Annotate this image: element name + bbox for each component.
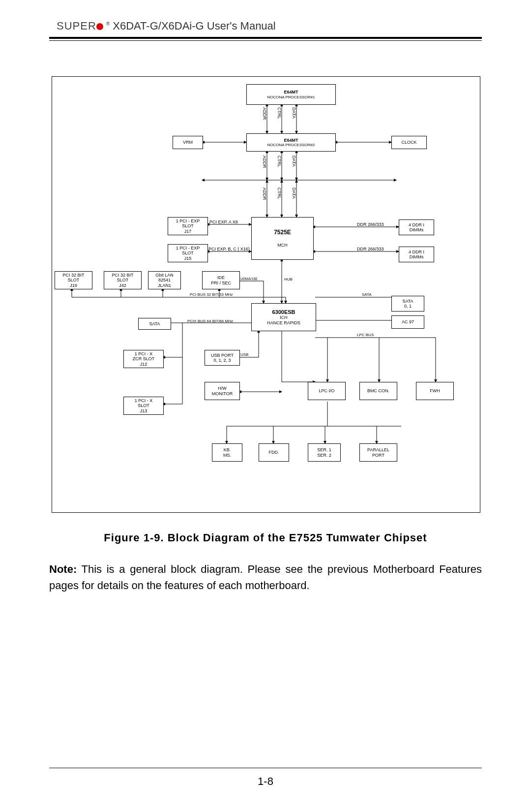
page-header: SUPER® X6DAT-G/X6DAi-G User's Manual — [57, 20, 276, 32]
page-number: 1-8 — [0, 775, 531, 788]
bus-usb: USB — [240, 352, 248, 357]
block-sata01: SATA0, 1 — [391, 296, 424, 312]
block-usb: USB PORT0, 1, 2, 3 — [205, 350, 240, 366]
block-pci-j19: PCI 32 BITSLOTJ19 — [55, 271, 92, 289]
bus-sata: SATA — [362, 292, 372, 297]
block-pcix-zcr: 1 PCI - XZCR SLOTJ12 — [123, 350, 164, 368]
bus-data-3: DATA — [292, 187, 296, 199]
block-cpu2: E64MTNOCONA PROCESSOR#2 — [246, 133, 336, 152]
bus-ctrl-1: CTRL — [277, 107, 282, 119]
block-gbit-lan: Gbit LAN82541JLAN1 — [148, 271, 181, 289]
block-dimm-b: 4 DDR IDIMMs — [399, 247, 434, 262]
bus-lpc: LPC BUS — [357, 333, 374, 337]
block-pci-j42: PCI 32 BITSLOTJ42 — [104, 271, 142, 289]
block-serial: SER. 1SER. 2 — [308, 443, 341, 462]
doc-title: X6DAT-G/X6DAi-G User's Manual — [110, 20, 276, 32]
bus-data-1: DATA — [292, 107, 296, 119]
block-fdd: FDD. — [259, 443, 289, 462]
figure-caption: Figure 1-9. Block Diagram of the E7525 T… — [0, 531, 531, 544]
block-pex-slot-j17: 1 PCI - EXPSLOTJ17 — [168, 217, 208, 235]
block-cpu1: E64MTNOCONA PROCESSOR#1 — [246, 84, 336, 105]
block-ide: IDEPRI / SEC — [202, 271, 240, 289]
bus-ctrl-2: CTRL — [277, 156, 282, 167]
figure-frame: E64MTNOCONA PROCESSOR#1 E64MTNOCONA PROC… — [52, 76, 480, 513]
block-ac97: AC 97 — [391, 315, 424, 329]
bus-pci32: PCI BUS 32 BIT/33 MHz — [190, 292, 233, 297]
bus-udma: UDMA/100 — [240, 277, 257, 281]
bus-hub: HUB — [284, 277, 293, 281]
block-fwh: FWH — [416, 382, 454, 400]
bus-pexa: PCI EXP. A X8 — [209, 219, 238, 224]
bus-addr-3: ADDR — [262, 187, 267, 200]
figure-note: Note: This is a general block diagram. P… — [49, 561, 482, 593]
block-vrm: VRM — [173, 136, 203, 149]
block-dimm-a: 4 DDR IDIMMs — [399, 219, 434, 235]
block-kb-ms: KB.MS. — [212, 443, 242, 462]
block-clock: CLOCK — [391, 136, 427, 149]
bus-ctrl-3: CTRL — [277, 187, 282, 199]
block-hw-monitor: H/WMONITOR — [205, 382, 240, 400]
block-pcix-j13: 1 PCI - XSLOTJ13 — [123, 397, 164, 415]
bus-pexb: PCI EXP. B, C ( X16) — [208, 247, 250, 251]
brand: SUPER — [57, 20, 96, 32]
footer-rule — [49, 768, 482, 768]
header-rule-thin — [49, 40, 482, 41]
bus-addr-1: ADDR — [262, 107, 267, 120]
header-rule — [49, 37, 482, 39]
block-pex-slot-j15: 1 PCI - EXPSLOTJ15 — [168, 244, 208, 262]
block-lpc-io: LPC I/O — [308, 382, 346, 400]
block-bmc: BMC CON. — [359, 382, 397, 400]
bus-ddr-2: DDR 266/333 — [357, 247, 384, 251]
block-sata: SATA — [138, 318, 171, 330]
block-parallel: PARALLELPORT — [359, 443, 397, 462]
bus-ddr-1: DDR 266/333 — [357, 222, 384, 227]
block-ich: 6300ESBICHHANCE RAPIDS — [251, 303, 316, 331]
block-diagram: E64MTNOCONA PROCESSOR#1 E64MTNOCONA PROC… — [52, 77, 480, 512]
block-mch: 7525EMCH — [251, 217, 314, 260]
bus-data-2: DATA — [292, 156, 296, 167]
bus-pcix: PCIX BUS 64 BIT/66 MHz — [187, 319, 233, 323]
brand-dot-icon — [96, 23, 103, 30]
bus-addr-2: ADDR — [262, 156, 267, 168]
